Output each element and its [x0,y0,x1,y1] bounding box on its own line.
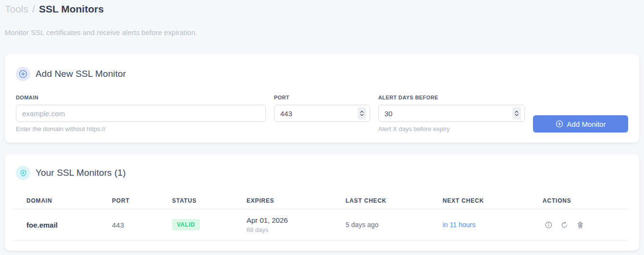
monitor-domain: foe.email [13,221,99,229]
column-header-domain: DOMAIN [13,197,99,204]
info-icon [545,221,552,229]
breadcrumb: Tools / SSL Monitors [5,2,104,16]
column-header-next-check: NEXT CHECK [429,197,529,204]
expires-days-remaining: 68 days [247,226,332,233]
table-row: foe.email 443 VALID Apr 01, 2026 68 days… [13,209,628,241]
refresh-icon [561,221,568,229]
port-label: PORT [274,95,370,101]
delete-button[interactable] [576,221,584,229]
expires-date: Apr 01, 2026 [247,216,332,224]
column-header-actions: ACTIONS [529,197,628,204]
column-header-expires: EXPIRES [233,197,332,204]
alert-days-helper-text: Alert X days before expiry [378,125,525,133]
alert-days-spinner[interactable] [512,107,521,120]
column-header-last-check: LAST CHECK [332,197,429,204]
add-monitor-button-label: Add Monitor [567,120,606,128]
monitors-title: Your SSL Monitors (1) [36,168,126,178]
add-monitor-form: DOMAIN Enter the domain without https://… [16,95,628,133]
domain-field-group: DOMAIN Enter the domain without https:// [16,95,266,133]
plus-circle-icon [556,120,563,128]
domain-helper-text: Enter the domain without https:// [16,125,266,133]
monitors-card: Your SSL Monitors (1) DOMAIN PORT STATUS… [5,154,639,251]
column-header-status: STATUS [159,197,233,204]
add-monitor-title: Add New SSL Monitor [36,69,126,79]
info-button[interactable] [545,221,552,229]
chevron-up-down-icon [359,109,364,117]
status-badge: VALID [172,219,200,231]
monitor-expires-cell: Apr 01, 2026 68 days [233,216,332,233]
monitors-header: Your SSL Monitors (1) [16,166,126,180]
domain-input[interactable] [16,105,266,122]
monitor-status-cell: VALID [159,219,233,231]
domain-label: DOMAIN [16,95,266,101]
alert-days-number-input [378,105,525,122]
add-monitor-card: Add New SSL Monitor DOMAIN Enter the dom… [5,54,639,143]
trash-icon [577,221,584,229]
table-header-row: DOMAIN PORT STATUS EXPIRES LAST CHECK NE… [13,193,628,209]
page-subtitle: Monitor SSL certificates and receive ale… [5,28,197,36]
port-number-input [274,105,370,122]
monitor-last-check: 5 days ago [332,221,429,229]
add-monitor-button[interactable]: Add Monitor [533,115,628,133]
plus-circle-icon [16,67,30,81]
monitors-table: DOMAIN PORT STATUS EXPIRES LAST CHECK NE… [13,193,628,241]
add-monitor-header: Add New SSL Monitor [16,67,126,81]
breadcrumb-tools[interactable]: Tools [5,2,28,16]
monitor-next-check: in 11 hours [429,221,529,229]
alert-days-field-group: ALERT DAYS BEFORE Alert X days before ex… [378,95,525,133]
alert-days-input[interactable] [378,105,525,122]
column-header-port: PORT [99,197,159,204]
alert-days-label: ALERT DAYS BEFORE [378,95,525,101]
monitor-actions-cell [529,221,628,229]
chevron-up-down-icon [514,109,519,117]
port-spinner[interactable] [358,107,366,120]
breadcrumb-current: SSL Monitors [39,2,104,16]
port-input[interactable] [274,105,370,122]
breadcrumb-separator: / [32,2,35,16]
refresh-button[interactable] [560,221,568,229]
ssl-monitors-page: Tools / SSL Monitors Monitor SSL certifi… [0,0,644,255]
port-field-group: PORT [274,95,370,122]
shield-icon [16,166,30,180]
monitor-port: 443 [99,221,159,229]
